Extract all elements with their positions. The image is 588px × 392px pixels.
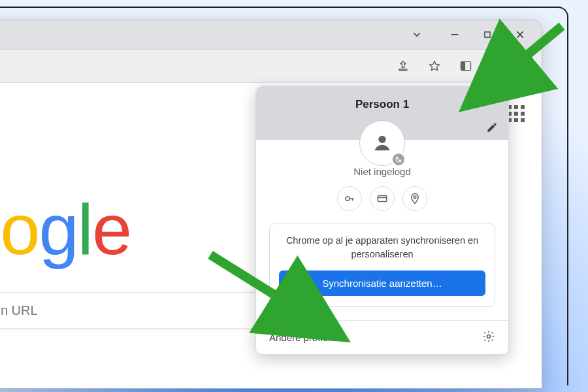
person-icon (371, 132, 393, 154)
sidepanel-icon (459, 59, 472, 73)
svg-point-9 (346, 197, 350, 201)
google-logo: oogle (0, 188, 131, 270)
window-close-button[interactable] (504, 20, 536, 49)
kebab-menu-icon (519, 59, 532, 73)
location-icon (409, 193, 421, 204)
minimize-icon (449, 29, 460, 40)
star-icon (428, 59, 441, 73)
share-button[interactable] (390, 53, 416, 79)
gear-icon (482, 330, 495, 343)
sidepanel-button[interactable] (453, 53, 479, 79)
window-minimize-button[interactable] (438, 20, 471, 49)
google-apps-button[interactable] (508, 105, 525, 122)
edit-profile-button[interactable] (486, 122, 498, 135)
svg-point-4 (524, 61, 526, 63)
other-profiles-row: Andere profielen (256, 321, 508, 354)
svg-point-11 (414, 196, 416, 199)
close-icon (515, 29, 525, 40)
page-content: oogle p een URL Persoon 1 (0, 83, 542, 388)
window-maximize-button[interactable] (471, 20, 504, 49)
svg-rect-2 (461, 61, 466, 70)
svg-point-6 (524, 69, 526, 71)
manage-profiles-button[interactable] (482, 330, 495, 345)
profile-icon (491, 59, 504, 73)
tab-search-button[interactable] (400, 20, 433, 49)
sync-promo-message: Chrome op al je apparaten synchroniseren… (279, 234, 485, 261)
sync-promo-box: Chrome op al je apparaten synchroniseren… (269, 223, 495, 307)
key-icon (344, 193, 355, 204)
other-profiles-label: Andere profielen (269, 332, 341, 343)
share-icon (397, 59, 410, 73)
payment-icon (376, 193, 388, 204)
chrome-window: oogle p een URL Persoon 1 (0, 20, 542, 389)
profile-signin-status: Niet ingelogd (256, 166, 508, 177)
svg-point-3 (495, 61, 500, 66)
addresses-shortcut[interactable] (402, 186, 427, 211)
sync-off-badge-icon (391, 152, 406, 167)
browser-toolbar (0, 49, 542, 83)
svg-rect-0 (485, 32, 490, 37)
search-placeholder: p een URL (0, 303, 261, 318)
passwords-shortcut[interactable] (337, 186, 362, 211)
profile-popup-header: Persoon 1 (256, 86, 508, 140)
browser-menu-button[interactable] (515, 53, 535, 79)
profile-avatar[interactable] (359, 120, 405, 166)
payments-shortcut[interactable] (370, 186, 395, 211)
svg-point-12 (487, 335, 491, 338)
profile-popup: Persoon 1 Niet ingelogd (255, 86, 509, 355)
svg-point-8 (378, 136, 385, 143)
maximize-icon (483, 30, 492, 39)
svg-point-5 (524, 65, 526, 67)
svg-rect-10 (378, 196, 387, 202)
profile-name: Persoon 1 (269, 98, 495, 111)
chevron-down-icon (411, 29, 423, 41)
profile-shortcuts (256, 186, 508, 211)
profile-button[interactable] (484, 53, 510, 79)
pencil-icon (486, 122, 498, 133)
bookmark-button[interactable] (421, 53, 448, 79)
turn-on-sync-button[interactable]: Synchronisatie aanzetten… (279, 270, 485, 296)
search-box[interactable]: p een URL (0, 292, 288, 329)
window-titlebar (0, 20, 542, 49)
